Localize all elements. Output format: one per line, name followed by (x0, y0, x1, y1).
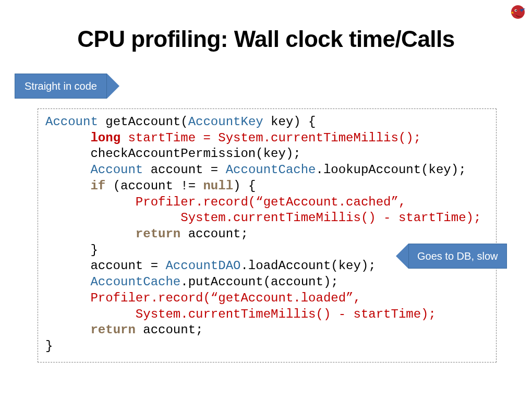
code-token: System.currentTimeMillis() - startTime); (45, 211, 481, 225)
callout-left-label: Straight in code (15, 74, 107, 99)
code-token: Account (90, 163, 143, 177)
code-token (45, 275, 90, 289)
code-token: Account (45, 115, 98, 129)
bird-icon (510, 4, 526, 20)
code-token: AccountDAO (165, 259, 240, 273)
code-token: key) { (263, 115, 316, 129)
mascot-logo (510, 4, 526, 20)
code-token (45, 323, 90, 337)
code-token: ) { (233, 179, 256, 193)
code-token: account; (180, 227, 248, 241)
code-token: startTime = System.currentTimeMillis(); (120, 131, 421, 145)
code-token: } (45, 243, 98, 257)
code-token: AccountCache (226, 163, 316, 177)
code-token: Profiler.record(“getAccount.cached”, (45, 195, 406, 209)
code-token: long (90, 131, 120, 145)
code-token (45, 163, 90, 177)
code-token: null (203, 179, 233, 193)
code-token: if (90, 179, 105, 193)
code-token: AccountCache (90, 275, 180, 289)
code-token (45, 179, 90, 193)
code-token: return (90, 323, 135, 337)
code-sample: Account getAccount(AccountKey key) { lon… (38, 108, 497, 362)
chevron-right-icon (107, 74, 119, 99)
callout-straight-in-code: Straight in code (15, 74, 119, 99)
code-token: Profiler.record(“getAccount.loaded”, (45, 291, 361, 305)
code-token: getAccount( (98, 115, 188, 129)
code-token: .lookupAccount(key); (316, 163, 466, 177)
code-token: .putAccount(account); (180, 275, 338, 289)
code-token: checkAccountPermission(key); (45, 147, 301, 161)
code-token: account = (143, 163, 225, 177)
code-token: (account != (105, 179, 203, 193)
slide-title: CPU profiling: Wall clock time/Calls (0, 26, 532, 52)
code-token: System.currentTimeMillis() - startTime); (45, 307, 436, 321)
callout-goes-to-db: Goes to DB, slow (396, 244, 507, 269)
code-token: .loadAccount(key); (240, 259, 376, 273)
code-token: } (45, 339, 53, 353)
code-token: AccountKey (188, 115, 263, 129)
chevron-left-icon (396, 244, 408, 269)
code-token (45, 227, 136, 241)
code-token: account = (45, 259, 165, 273)
svg-point-2 (515, 10, 516, 11)
code-token: return (136, 227, 180, 241)
callout-right-label: Goes to DB, slow (408, 244, 507, 269)
code-token (45, 131, 90, 145)
code-token: account; (136, 323, 203, 337)
